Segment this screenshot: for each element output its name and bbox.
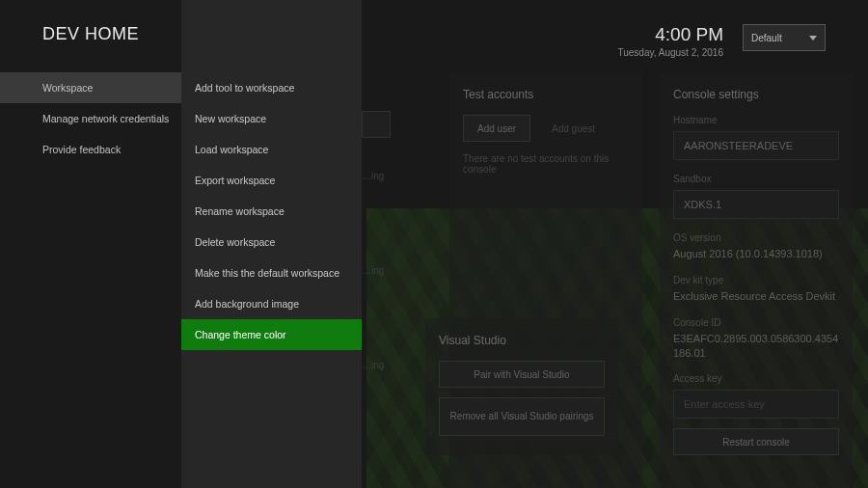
launch-row-2: …ing xyxy=(362,265,400,283)
sandbox-field[interactable]: XDKS.1 xyxy=(673,190,839,219)
submenu-item[interactable]: Add background image xyxy=(181,288,362,319)
primary-menu-item[interactable]: Manage network credentials xyxy=(0,103,181,134)
layout-dropdown-value: Default xyxy=(751,33,782,43)
access-key-field[interactable]: Enter access key xyxy=(673,390,839,419)
hostname-field[interactable]: AARONSTEERADEVE xyxy=(673,131,839,160)
layout-dropdown[interactable]: Default xyxy=(743,24,826,51)
devkit-type-value: Exclusive Resource Access Devkit xyxy=(673,289,839,304)
submenu-item[interactable]: Rename workspace xyxy=(181,196,362,227)
visual-studio-panel: Visual Studio Pair with Visual Studio Re… xyxy=(425,318,618,455)
submenu-item[interactable]: Load workspace xyxy=(181,134,362,165)
submenu-item[interactable]: Add tool to workspace xyxy=(181,72,362,103)
primary-menu: WorkspaceManage network credentialsProvi… xyxy=(0,0,181,488)
clock-time: 4:00 PM xyxy=(617,24,723,45)
clock: 4:00 PM Tuesday, August 2, 2016 xyxy=(617,24,723,58)
sandbox-label: Sandbox xyxy=(673,174,839,184)
console-id-value: E3EAFC0.2895.003.0586300.4354186.01 xyxy=(673,332,839,361)
os-version-label: OS version xyxy=(673,232,839,243)
submenu-item[interactable]: Change theme color xyxy=(181,319,362,350)
test-accounts-title: Test accounts xyxy=(463,88,629,101)
add-guest-button[interactable]: Add guest xyxy=(538,115,609,142)
os-version-value: August 2016 (10.0.14393.1018) xyxy=(673,247,839,261)
devkit-type-label: Dev kit type xyxy=(673,275,839,285)
console-id-label: Console ID xyxy=(673,317,839,328)
console-settings-panel: Console settings Hostname AARONSTEERADEV… xyxy=(660,72,853,488)
test-accounts-empty: There are no test accounts on this conso… xyxy=(463,153,629,175)
launch-input[interactable] xyxy=(362,111,391,138)
submenu-item[interactable]: Delete workspace xyxy=(181,227,362,258)
chevron-down-icon xyxy=(809,36,817,41)
launch-row-3: …ing xyxy=(362,360,400,377)
primary-menu-item[interactable]: Workspace xyxy=(0,72,181,103)
console-settings-title: Console settings xyxy=(673,88,839,101)
primary-menu-item[interactable]: Provide feedback xyxy=(0,134,181,165)
restart-console-button[interactable]: Restart console xyxy=(673,428,839,455)
workspace-submenu: Add tool to workspaceNew workspaceLoad w… xyxy=(181,0,362,488)
remove-vs-pairings-button[interactable]: Remove all Visual Studio pairings xyxy=(439,397,605,436)
pair-vs-button[interactable]: Pair with Visual Studio xyxy=(439,361,605,388)
clock-date: Tuesday, August 2, 2016 xyxy=(617,47,723,58)
submenu-item[interactable]: New workspace xyxy=(181,103,362,134)
launch-row-1: …ing xyxy=(362,171,400,188)
submenu-item[interactable]: Make this the default workspace xyxy=(181,258,362,288)
app-title: DEV HOME xyxy=(42,24,139,44)
header: DEV HOME 4:00 PM Tuesday, August 2, 2016… xyxy=(0,0,868,72)
submenu-item[interactable]: Export workspace xyxy=(181,165,362,196)
access-key-label: Access key xyxy=(673,373,839,384)
visual-studio-title: Visual Studio xyxy=(439,334,605,347)
hostname-label: Hostname xyxy=(673,115,839,125)
add-user-button[interactable]: Add user xyxy=(463,115,530,142)
